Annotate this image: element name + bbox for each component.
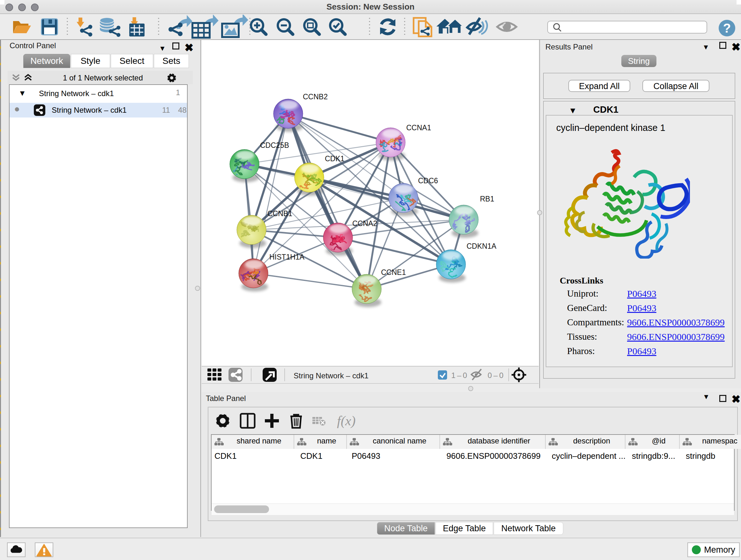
svg-text:RB1: RB1 [480, 195, 494, 203]
svg-text:CCNB2: CCNB2 [303, 92, 328, 101]
svg-text:HIST1H1A: HIST1H1A [269, 253, 305, 261]
svg-text:CDKN1A: CDKN1A [467, 242, 496, 250]
svg-text:CDC25B: CDC25B [260, 141, 289, 149]
svg-text:CDK1: CDK1 [325, 154, 344, 163]
svg-text:f(x): f(x) [337, 414, 355, 428]
svg-text:0 – 0: 0 – 0 [488, 371, 503, 380]
svg-text:CDC6: CDC6 [418, 177, 438, 185]
svg-text:String Network – cdk1: String Network – cdk1 [293, 371, 368, 380]
svg-text:CCNA1: CCNA1 [406, 124, 431, 132]
svg-text:CCNA2: CCNA2 [352, 219, 377, 228]
svg-text:CCNB1: CCNB1 [267, 209, 292, 218]
svg-text:CCNE1: CCNE1 [381, 268, 406, 276]
svg-text:1 – 0: 1 – 0 [451, 371, 467, 380]
svg-text:?: ? [723, 21, 731, 35]
